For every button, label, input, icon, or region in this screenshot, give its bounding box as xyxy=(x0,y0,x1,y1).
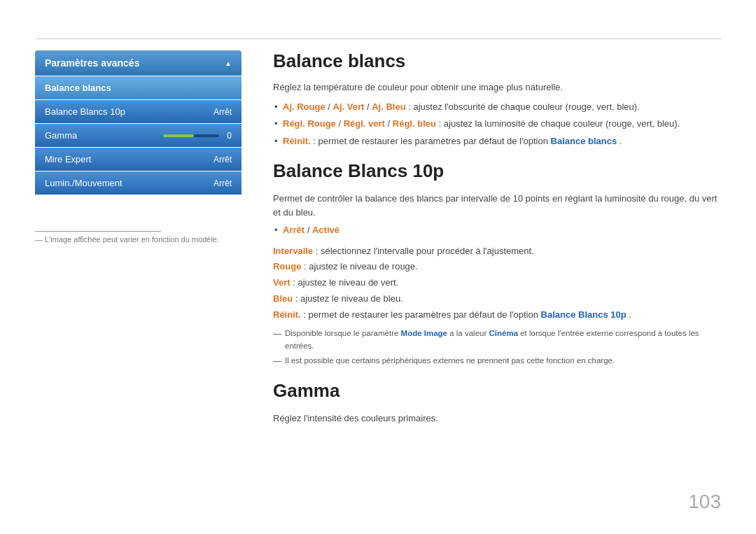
label-intervalle: Intervalle xyxy=(273,246,313,256)
bullet-sep3: / xyxy=(338,118,343,129)
fn-text-cinema: Disponible lorsque le paramètre Mode Ima… xyxy=(285,328,721,352)
sidebar-item-gamma[interactable]: Gamma 0 xyxy=(35,124,241,147)
sidebar-item-value: Arrêt xyxy=(214,178,232,188)
bullet-arret-active: Arrêt / Activé xyxy=(273,223,721,237)
label-reinit-10p: Réinit. xyxy=(273,309,301,320)
label-bleu-desc: : ajustez le niveau de bleu. xyxy=(295,293,403,304)
section-title-balance-blancs: Balance blancs xyxy=(273,50,721,72)
balance-blancs-bullets: Aj. Rouge / Aj. Vert / Aj. Bleu : ajuste… xyxy=(273,100,721,148)
section-title-balance-10p: Balance Blancs 10p xyxy=(273,160,721,182)
label-rouge-desc: : ajustez le niveau de rouge. xyxy=(304,261,418,272)
label-bleu: Bleu xyxy=(273,293,293,304)
balance-10p-reinit: Réinit. : permet de restaurer les paramè… xyxy=(273,308,721,323)
gamma-value: 0 xyxy=(223,131,232,141)
bullet-arret-sep: / xyxy=(307,225,312,235)
balance-10p-bullet-arret: Arrêt / Activé xyxy=(273,223,721,237)
bullet-active-text: Activé xyxy=(312,225,340,235)
bullet-sep4: / xyxy=(388,118,393,129)
fn-text-peripheriques: Il est possible que certains périphériqu… xyxy=(285,355,615,367)
sidebar-item-label: Lumin./Mouvement xyxy=(45,178,122,188)
page-number: 103 xyxy=(688,491,721,513)
bullet-regl-rouge-text: Régl. Rouge xyxy=(283,118,336,129)
sidebar-item-label: Balance blancs xyxy=(45,83,111,93)
sidebar-title-label: Paramètres avancés xyxy=(45,57,139,69)
bullet-regl-desc: : ajustez la luminosité de chaque couleu… xyxy=(439,118,680,129)
fn-mode-image: Mode Image xyxy=(401,329,447,337)
label-reinit-10p-period: . xyxy=(629,309,631,320)
bullet-reinit-blancs-desc: : permet de restaurer les paramètres par… xyxy=(313,136,550,146)
bullet-aj-desc: : ajustez l'obscurité de chaque couleur … xyxy=(408,101,640,112)
sidebar: Paramètres avancés ▲ Balance blancs Bala… xyxy=(35,50,241,195)
sidebar-item-label: Gamma xyxy=(45,130,77,141)
label-vert: Vert xyxy=(273,277,290,288)
label-reinit-10p-ref: Balance Blancs 10p xyxy=(541,309,626,320)
gamma-slider-fill xyxy=(163,134,194,137)
bullet-reinit-blancs-period: . xyxy=(620,136,622,146)
label-vert-desc: : ajustez le niveau de vert. xyxy=(293,277,398,288)
bullet-arret-text: Arrêt xyxy=(283,225,304,235)
sidebar-item-label: Balance Blancs 10p xyxy=(45,106,125,117)
bullet-regl-vert-text: Régl. vert xyxy=(344,118,385,129)
bullet-sep1: / xyxy=(328,101,332,112)
label-reinit-10p-desc: : permet de restaurer les paramètres par… xyxy=(303,309,540,320)
balance-10p-rouge: Rouge : ajustez le niveau de rouge. xyxy=(273,260,721,274)
gamma-slider[interactable] xyxy=(163,134,219,137)
main-content: Balance blancs Réglez la température de … xyxy=(273,50,721,429)
balance-10p-bleu: Bleu : ajustez le niveau de bleu. xyxy=(273,292,721,307)
bullet-reinit-blancs-text: Réinit. xyxy=(283,136,311,146)
section-title-gamma: Gamma xyxy=(273,380,721,402)
sidebar-item-lumin-mouvement[interactable]: Lumin./Mouvement Arrêt xyxy=(35,171,241,195)
balance-10p-intervalle: Intervalle : sélectionnez l'intervalle p… xyxy=(273,244,721,259)
fn-cinema: Cinéma xyxy=(489,329,518,337)
sidebar-item-value: Arrêt xyxy=(214,155,232,164)
balance-10p-intro: Permet de contrôler la balance des blanc… xyxy=(273,192,721,219)
gamma-text: Réglez l'intensité des couleurs primaire… xyxy=(273,412,721,426)
arrow-up-icon: ▲ xyxy=(225,59,232,67)
footnote-dash: — xyxy=(35,235,45,244)
sidebar-item-mire-expert[interactable]: Mire Expert Arrêt xyxy=(35,148,241,171)
fn-dash-2: — xyxy=(273,355,281,367)
bullet-reinit-blancs-ref: Balance blancs xyxy=(551,136,617,146)
bullet-reinit-blancs: Réinit. : permet de restaurer les paramè… xyxy=(273,134,721,148)
sidebar-title: Paramètres avancés ▲ xyxy=(35,50,241,76)
sidebar-item-balance-blancs-10p[interactable]: Balance Blancs 10p Arrêt xyxy=(35,100,241,123)
bullet-regl-rouge: Régl. Rouge / Régl. vert / Régl. bleu : … xyxy=(273,117,721,131)
footnote-item-cinema: — Disponible lorsque le paramètre Mode I… xyxy=(273,328,721,352)
balance-blancs-intro: Réglez la température de couleur pour ob… xyxy=(273,80,721,94)
fn-dash-1: — xyxy=(273,328,281,340)
top-line xyxy=(35,38,721,39)
bullet-regl-bleu-text: Régl. bleu xyxy=(393,118,436,129)
footnote-content: L'image affichée peut varier en fonction… xyxy=(45,235,219,244)
label-intervalle-desc: : sélectionnez l'intervalle pour procéde… xyxy=(316,246,534,256)
bullet-aj-rouge-text: Aj. Rouge xyxy=(283,101,326,112)
bullet-aj-vert-text: Aj. Vert xyxy=(333,101,365,112)
sidebar-footnote: — L'image affichée peut varier en foncti… xyxy=(35,231,241,244)
balance-10p-vert: Vert : ajustez le niveau de vert. xyxy=(273,276,721,290)
sidebar-item-value: Arrêt xyxy=(214,107,232,117)
sidebar-item-label: Mire Expert xyxy=(45,154,91,164)
sidebar-item-balance-blancs[interactable]: Balance blancs xyxy=(35,76,241,99)
footnote-divider xyxy=(35,231,161,232)
balance-10p-footnotes: — Disponible lorsque le paramètre Mode I… xyxy=(273,328,721,367)
gamma-slider-container: 0 xyxy=(163,131,232,141)
bullet-aj-bleu-text: Aj. Bleu xyxy=(372,101,405,112)
sidebar-footnote-text: — L'image affichée peut varier en foncti… xyxy=(35,235,241,244)
bullet-aj-rouge: Aj. Rouge / Aj. Vert / Aj. Bleu : ajuste… xyxy=(273,100,721,114)
label-rouge: Rouge xyxy=(273,261,301,272)
footnote-item-peripheriques: — Il est possible que certains périphéri… xyxy=(273,355,721,367)
